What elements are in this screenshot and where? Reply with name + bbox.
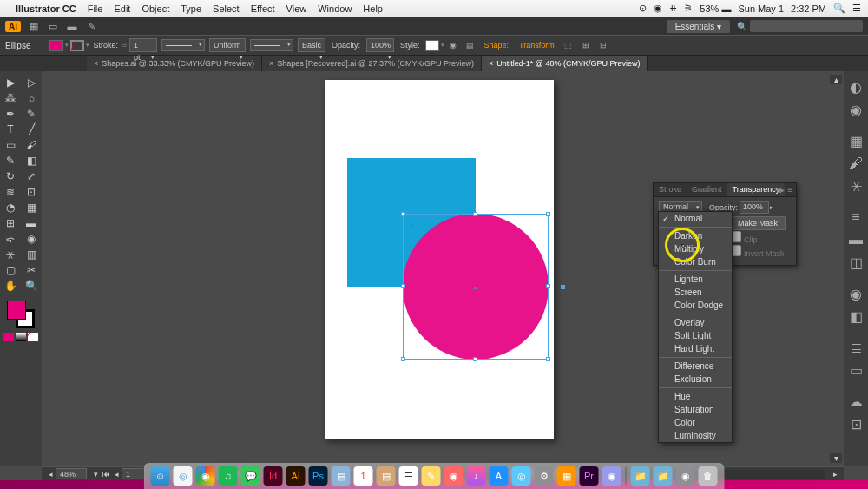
date-status[interactable]: Sun May 1 [738,3,784,14]
eyedropper-tool[interactable]: ⤽ [0,231,21,247]
blend-hard-light[interactable]: Hard Light [659,342,732,355]
scale-tool[interactable]: ⤢ [21,169,42,184]
dock-app[interactable]: ◉ [444,466,464,486]
pen-tool[interactable]: ✒ [0,106,21,122]
selection-handle[interactable] [401,357,405,361]
dock-appstore[interactable]: A [490,466,509,486]
bluetooth-icon[interactable]: ⧺ [669,3,677,14]
isolate-icon[interactable]: ⬚ [562,39,575,51]
zoom-field[interactable]: 48% [56,468,87,479]
notification-icon[interactable]: ☰ [852,3,861,14]
selection-handle[interactable] [546,284,550,288]
rectangle-tool[interactable]: ▭ [0,137,21,153]
anchor-point[interactable] [561,285,565,289]
brush-definition[interactable]: Basic [298,38,326,52]
close-icon[interactable]: × [489,59,493,68]
selection-handle[interactable] [546,357,550,361]
color-guide-icon[interactable]: ◉ [845,99,866,120]
dock-app[interactable]: ◉ [602,466,621,486]
dock-app[interactable]: ▦ [557,466,576,486]
dock-settings[interactable]: ⚙ [535,466,554,486]
selection-handle[interactable] [401,284,405,288]
menu-edit[interactable]: Edit [114,3,130,14]
panel-icon[interactable]: ⊡ [845,413,866,434]
blend-tool[interactable]: ◉ [21,231,42,247]
transform-link[interactable]: Transform [519,41,555,50]
stroke-swatch[interactable]: ⁄ [70,40,84,51]
dock-notes[interactable]: ✎ [422,466,441,486]
zoom-out[interactable]: ◂ [45,470,56,479]
align-icon[interactable]: ⊟ [596,39,610,51]
hscroll-right[interactable]: ▸ [830,470,840,479]
free-transform-tool[interactable]: ⊡ [21,184,42,200]
selection-handle[interactable] [473,357,477,361]
document-tab[interactable]: ×Shapes.ai @ 33.33% (CMYK/GPU Preview) [87,56,262,71]
dock-finder[interactable]: ☺ [151,466,170,486]
lasso-tool[interactable]: ⌕ [21,90,42,106]
type-tool[interactable]: T [0,122,21,137]
panel-menu-icon[interactable]: ◂▸ ≡ [776,185,792,195]
menu-type[interactable]: Type [181,3,201,14]
dock-app[interactable]: ◎ [512,466,531,486]
gradient-mode[interactable] [16,333,26,341]
dock-illustrator[interactable]: Ai [286,466,306,486]
app-menu[interactable]: Illustrator CC [16,3,76,14]
document-tab[interactable]: ×Shapes [Recovered].ai @ 27.37% (CMYK/GP… [262,56,482,71]
blend-color-burn[interactable]: Color Burn [659,255,732,268]
bridge-icon[interactable]: ▦ [26,19,42,33]
curvature-tool[interactable]: ✎ [21,106,42,122]
shape-link[interactable]: Shape: [484,41,510,50]
dock-app[interactable]: ▤ [377,466,396,486]
dock-folder[interactable]: 📁 [654,466,673,486]
direct-selection-tool[interactable]: ▷ [21,75,42,90]
first-artboard[interactable]: ⏮ [101,470,111,479]
swatches-panel-icon[interactable]: ▦ [845,130,866,151]
search-input[interactable] [750,20,863,32]
prev-artboard[interactable]: ◂ [111,470,122,479]
artboard-tool[interactable]: ▢ [0,262,21,278]
make-mask-button[interactable]: Make Mask [730,216,786,230]
stroke-panel-icon[interactable]: ≡ [845,207,866,228]
eraser-tool[interactable]: ◧ [21,153,42,169]
blend-soft-light[interactable]: Soft Light [659,329,732,342]
variable-width-profile[interactable]: Uniform [209,38,246,52]
menu-select[interactable]: Select [213,3,240,14]
hand-tool[interactable]: ✋ [0,278,21,294]
selection-handle[interactable] [473,212,477,216]
dock-chrome[interactable]: ◉ [196,466,215,486]
artboards-panel-icon[interactable]: ▭ [845,360,866,380]
scroll-up[interactable]: ▴ [830,75,842,84]
stroke-tab[interactable]: Stroke [654,183,687,196]
fill-color[interactable] [7,301,26,320]
line-tool[interactable]: ╱ [21,122,42,137]
paintbrush-tool[interactable]: 🖌 [21,137,42,153]
color-panel-icon[interactable]: ◐ [845,76,866,97]
graph-tool[interactable]: ▥ [21,247,42,262]
dock-spotify[interactable]: ♫ [219,466,238,486]
appearance-panel-icon[interactable]: ◉ [845,283,866,304]
stroke-weight-input[interactable]: 1 pt [129,38,157,52]
dock-indesign[interactable]: Id [264,466,283,486]
blend-luminosity[interactable]: Luminosity [659,429,732,442]
none-mode[interactable]: ⁄ [28,333,38,341]
blend-exclusion[interactable]: Exclusion [659,373,732,386]
color-mode[interactable] [3,333,14,341]
dock-safari[interactable]: ◎ [174,466,193,486]
menu-help[interactable]: Help [363,3,383,14]
layers-panel-icon[interactable]: ≣ [845,337,866,358]
align-icon[interactable]: ▤ [464,39,477,51]
menu-file[interactable]: File [88,3,103,14]
gradient-tab[interactable]: Gradient [687,183,727,196]
arrange-icon[interactable]: ▭ [45,19,61,33]
arrange-icon[interactable]: ▬ [64,19,80,33]
dock-calendar[interactable]: 1 [354,466,373,486]
blend-difference[interactable]: Difference [659,360,732,373]
symbols-panel-icon[interactable]: ⚹ [845,175,866,196]
zoom-tool[interactable]: 🔍 [21,278,42,294]
scroll-down[interactable]: ▾ [830,453,842,463]
magic-wand-tool[interactable]: ⁂ [0,90,21,106]
fill-swatch[interactable] [49,40,63,51]
recolor-icon[interactable]: ◉ [446,39,460,51]
blend-saturation[interactable]: Saturation [659,403,732,416]
blend-color-dodge[interactable]: Color Dodge [659,299,732,312]
